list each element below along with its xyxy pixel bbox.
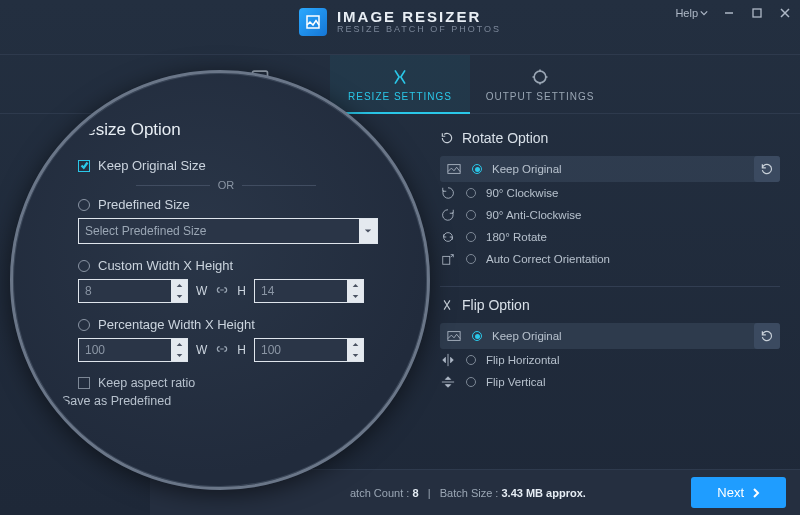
- custom-width-input[interactable]: 8: [78, 279, 188, 303]
- rotate-acw-label: 90° Anti-Clockwise: [486, 209, 581, 221]
- keep-aspect-label: Keep aspect ratio: [98, 376, 195, 390]
- reset-flip-button[interactable]: [754, 323, 780, 349]
- percent-height-value: 100: [261, 343, 281, 357]
- batch-size-label: Batch Size :: [440, 487, 499, 499]
- svg-rect-5: [443, 256, 450, 264]
- percentage-size-option[interactable]: Percentage Width X Height: [78, 317, 390, 332]
- image-icon: [446, 329, 462, 343]
- flip-h-icon: [440, 353, 456, 367]
- flip-h-label: Flip Horizontal: [486, 354, 560, 366]
- rotate-keep-original[interactable]: Keep Original: [440, 156, 780, 182]
- help-menu[interactable]: Help: [675, 7, 708, 19]
- predefined-label: Predefined Size: [98, 197, 190, 212]
- percent-width-input[interactable]: 100: [78, 338, 188, 362]
- image-icon: [446, 162, 462, 176]
- rotate-cw-icon: [440, 186, 456, 200]
- checkbox-checked-icon: [78, 160, 90, 172]
- rotate-panel: Rotate Option Keep Original 90° Clockwis…: [440, 130, 780, 270]
- gear-icon: [530, 67, 550, 87]
- radio-icon: [466, 355, 476, 365]
- custom-label: Custom Width X Height: [98, 258, 233, 273]
- flip-title: Flip Option: [462, 297, 530, 313]
- flip-v-icon: [440, 375, 456, 389]
- radio-icon: [78, 260, 90, 272]
- svg-point-3: [534, 71, 546, 83]
- flip-keep-label: Keep Original: [492, 330, 562, 342]
- percentage-label: Percentage Width X Height: [98, 317, 255, 332]
- flip-v-label: Flip Vertical: [486, 376, 545, 388]
- rotate-auto-label: Auto Correct Orientation: [486, 253, 610, 265]
- custom-height-value: 14: [261, 284, 274, 298]
- custom-height-input[interactable]: 14: [254, 279, 364, 303]
- h-label: H: [237, 284, 246, 298]
- radio-icon: [466, 377, 476, 387]
- link-icon[interactable]: [215, 342, 229, 359]
- rotate-auto[interactable]: Auto Correct Orientation: [440, 248, 780, 270]
- spinner-icon[interactable]: [171, 339, 187, 361]
- tab-output-settings[interactable]: OUTPUT SETTINGS: [470, 55, 610, 113]
- radio-icon: [78, 199, 90, 211]
- spinner-icon[interactable]: [347, 280, 363, 302]
- tab-output-label: OUTPUT SETTINGS: [486, 91, 595, 102]
- minimize-button[interactable]: [722, 6, 736, 20]
- rotate-180[interactable]: 180° Rotate: [440, 226, 780, 248]
- percent-width-value: 100: [85, 343, 105, 357]
- rotate-cw-label: 90° Clockwise: [486, 187, 558, 199]
- auto-orient-icon: [440, 252, 456, 266]
- radio-icon: [466, 254, 476, 264]
- rotate-title: Rotate Option: [462, 130, 548, 146]
- h-label: H: [237, 343, 246, 357]
- predefined-placeholder: Select Predefined Size: [85, 224, 206, 238]
- predefined-size-option[interactable]: Predefined Size: [78, 197, 390, 212]
- radio-icon: [466, 232, 476, 242]
- maximize-button[interactable]: [750, 6, 764, 20]
- keep-original-size[interactable]: Keep Original Size: [78, 158, 390, 173]
- checkbox-icon: [78, 377, 90, 389]
- percent-height-input[interactable]: 100: [254, 338, 364, 362]
- custom-size-option[interactable]: Custom Width X Height: [78, 258, 390, 273]
- svg-rect-0: [753, 9, 761, 17]
- custom-width-value: 8: [85, 284, 92, 298]
- app-subtitle: RESIZE BATCH OF PHOTOS: [337, 25, 501, 35]
- flip-horizontal[interactable]: Flip Horizontal: [440, 349, 780, 371]
- magnifier: Resize Option Keep Original Size OR Pred…: [10, 70, 430, 490]
- w-label: W: [196, 284, 207, 298]
- keep-original-label: Keep Original Size: [98, 158, 206, 173]
- flip-vertical[interactable]: Flip Vertical: [440, 371, 780, 393]
- rotate-90-cw[interactable]: 90° Clockwise: [440, 182, 780, 204]
- radio-icon: [472, 331, 482, 341]
- reset-rotate-button[interactable]: [754, 156, 780, 182]
- keep-aspect-ratio[interactable]: Keep aspect ratio: [78, 376, 390, 390]
- dropdown-arrow-icon: [359, 219, 377, 243]
- chevron-right-icon: [752, 488, 760, 498]
- save-predef-label: Save as Predefined: [62, 394, 171, 408]
- radio-icon: [466, 210, 476, 220]
- w-label: W: [196, 343, 207, 357]
- spinner-icon[interactable]: [347, 339, 363, 361]
- flip-keep-original[interactable]: Keep Original: [440, 323, 780, 349]
- predefined-size-select[interactable]: Select Predefined Size: [78, 218, 378, 244]
- close-button[interactable]: [778, 6, 792, 20]
- rotate-acw-icon: [440, 208, 456, 222]
- divider: [440, 286, 780, 287]
- or-divider: OR: [136, 179, 316, 191]
- radio-icon: [78, 319, 90, 331]
- flip-icon: [440, 298, 454, 312]
- rotate-90-acw[interactable]: 90° Anti-Clockwise: [440, 204, 780, 226]
- app-logo-icon: [299, 8, 327, 36]
- rotate-icon: [440, 131, 454, 145]
- next-button[interactable]: Next: [691, 477, 786, 508]
- flip-panel: Flip Option Keep Original Flip Horizonta…: [440, 297, 780, 393]
- batch-size-value: 3.43 MB approx.: [501, 487, 585, 499]
- next-label: Next: [717, 485, 744, 500]
- rotate-180-label: 180° Rotate: [486, 231, 547, 243]
- chevron-down-icon: [700, 9, 708, 17]
- spinner-icon[interactable]: [171, 280, 187, 302]
- app-title: IMAGE RESIZER: [337, 9, 481, 26]
- link-icon[interactable]: [215, 283, 229, 300]
- radio-icon: [466, 188, 476, 198]
- help-label: Help: [675, 7, 698, 19]
- rotate-180-icon: [440, 230, 456, 244]
- save-as-predefined[interactable]: Save as Predefined: [62, 394, 390, 408]
- radio-icon: [472, 164, 482, 174]
